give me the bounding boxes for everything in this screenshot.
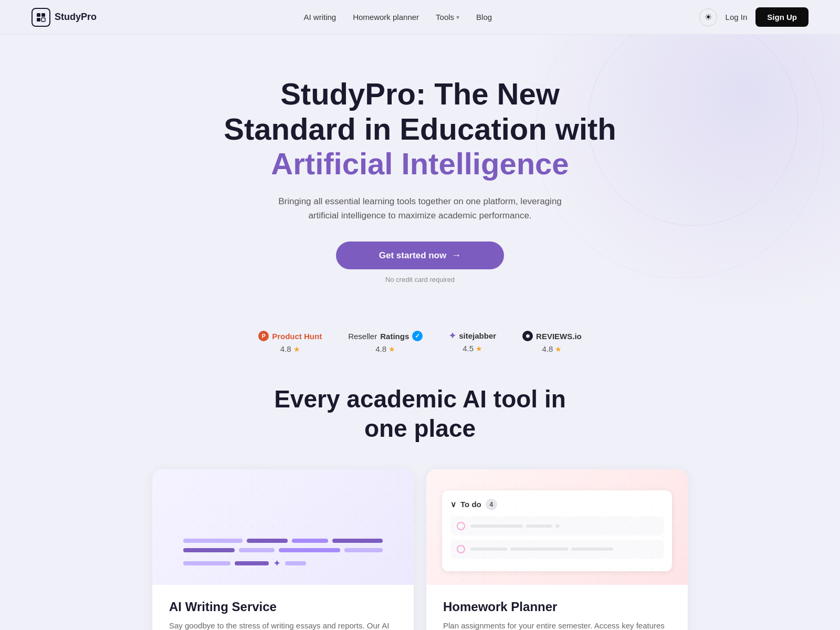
rating-ph-brand: P Product Hunt (258, 331, 322, 341)
rev-label: REVIEWS.io (536, 332, 582, 341)
ai-writing-card-title: AI Writing Service (169, 600, 397, 614)
hero-section: StudyPro: The New Standard in Education … (210, 35, 630, 310)
nav-tools[interactable]: Tools ▾ (436, 13, 459, 22)
rr-star: ★ (388, 345, 395, 353)
nav-actions: ☀ Log In Sign Up (699, 7, 808, 27)
rev-star: ★ (555, 345, 562, 353)
nav-links: AI writing Homework planner Tools ▾ Blog (303, 13, 492, 22)
logo-icon (32, 8, 50, 27)
todo-line (526, 524, 552, 528)
nav-homework-planner[interactable]: Homework planner (353, 13, 419, 22)
todo-header: ∨ To do 4 (450, 499, 664, 510)
ph-icon: P (258, 331, 269, 341)
wl-row-2 (183, 548, 383, 552)
cta-label: Get started now (379, 250, 446, 261)
todo-widget: ∨ To do 4 (442, 490, 672, 571)
todo-line (555, 524, 560, 528)
wl-bar (183, 548, 235, 552)
cta-button[interactable]: Get started now → (336, 242, 504, 269)
svg-rect-2 (37, 18, 40, 22)
brand-name: StudyPro (55, 12, 97, 23)
section-tools-title: Every academic AI tool in one place (262, 385, 578, 443)
wl-bar (183, 561, 230, 565)
wl-row-1 (183, 539, 383, 543)
wl-bar (247, 539, 288, 543)
wl-bar (235, 561, 269, 565)
sj-label: sitejabber (459, 331, 496, 340)
signup-button[interactable]: Sign Up (755, 7, 808, 27)
hero-headline-text: StudyPro: The New Standard in Education … (224, 77, 616, 146)
todo-checkbox-2[interactable] (457, 545, 465, 553)
rating-reseller: ResellerRatings ✓ 4.8 ★ (348, 331, 423, 353)
rating-sitejabber: ✦ sitejabber 4.5 ★ (449, 331, 496, 353)
rating-product-hunt: P Product Hunt 4.8 ★ (258, 331, 322, 353)
rating-reviews-io: ✱ REVIEWS.io 4.8 ★ (522, 331, 582, 353)
todo-line (571, 548, 613, 551)
writing-lines-illustration: ✦ (183, 539, 383, 585)
ai-writing-card-desc: Say goodbye to the stress of writing ess… (169, 620, 397, 630)
todo-item-2 (450, 540, 664, 559)
todo-count-badge: 4 (486, 499, 497, 510)
hw-card-title: Homework Planner (443, 600, 671, 614)
todo-item-2-lines (470, 548, 657, 551)
rr-score: 4.8 ★ (375, 344, 395, 353)
hw-card-content: Homework Planner Plan assignments for yo… (426, 585, 688, 630)
todo-chevron: ∨ (450, 500, 456, 509)
navbar: StudyPro AI writing Homework planner Too… (0, 0, 840, 35)
sun-icon: ☀ (705, 12, 712, 22)
rating-rev-brand: ✱ REVIEWS.io (522, 331, 582, 341)
sj-star: ★ (476, 344, 482, 353)
rev-icon: ✱ (522, 331, 533, 341)
ph-star: ★ (293, 345, 300, 353)
hw-planner-visual: ∨ To do 4 (426, 469, 688, 585)
rating-sj-brand: ✦ sitejabber (449, 331, 496, 341)
svg-rect-0 (37, 13, 40, 17)
feature-card-ai-writing: ✦ AI Writing Service Say goodbye to the … (152, 469, 414, 630)
sj-score: 4.5 ★ (463, 344, 482, 353)
sj-icon: ✦ (449, 331, 456, 341)
hw-card-desc: Plan assignments for your entire semeste… (443, 620, 671, 630)
rev-score: 4.8 ★ (542, 344, 562, 353)
svg-rect-1 (41, 13, 45, 17)
theme-toggle-button[interactable]: ☀ (699, 8, 717, 26)
ph-label: Product Hunt (272, 332, 322, 341)
wl-row-3: ✦ (183, 558, 383, 569)
todo-line (470, 524, 523, 528)
todo-item-1-lines (470, 524, 657, 528)
todo-item-1 (450, 517, 664, 536)
ai-writing-visual: ✦ (152, 469, 414, 585)
wl-bar (239, 548, 275, 552)
sparkle-icon: ✦ (273, 558, 281, 569)
wl-bar (332, 539, 383, 543)
wl-bar (292, 539, 328, 543)
features-grid: ✦ AI Writing Service Say goodbye to the … (131, 469, 709, 630)
feature-card-homework: ∨ To do 4 (426, 469, 688, 630)
no-credit-card-text: No credit card required (220, 276, 620, 284)
wl-bar (285, 561, 306, 565)
todo-title: To do (460, 500, 481, 509)
todo-checkbox-1[interactable] (457, 522, 465, 530)
rr-ratings-text: Ratings (380, 332, 409, 341)
svg-rect-3 (41, 18, 45, 22)
ph-score: 4.8 ★ (280, 344, 300, 353)
ratings-section: P Product Hunt 4.8 ★ ResellerRatings ✓ 4… (184, 331, 656, 353)
tools-dropdown-icon: ▾ (456, 14, 459, 21)
login-button[interactable]: Log In (726, 13, 748, 22)
rr-reseller-text: Reseller (348, 332, 377, 341)
logo[interactable]: StudyPro (32, 8, 97, 27)
cta-arrow-icon: → (452, 250, 461, 261)
nav-blog[interactable]: Blog (476, 13, 492, 22)
ai-writing-card-content: AI Writing Service Say goodbye to the st… (152, 585, 414, 630)
nav-ai-writing[interactable]: AI writing (303, 13, 336, 22)
hero-headline: StudyPro: The New Standard in Education … (220, 77, 620, 182)
todo-line (510, 548, 568, 551)
wl-bar (183, 539, 243, 543)
hero-subtitle: Bringing all essential learning tools to… (278, 194, 562, 223)
rating-rr-brand: ResellerRatings ✓ (348, 331, 423, 341)
todo-line (470, 548, 507, 551)
wl-bar (344, 548, 383, 552)
wl-bar (279, 548, 340, 552)
rr-check-icon: ✓ (412, 331, 423, 341)
hero-headline-highlight: Artificial Intelligence (271, 146, 569, 181)
